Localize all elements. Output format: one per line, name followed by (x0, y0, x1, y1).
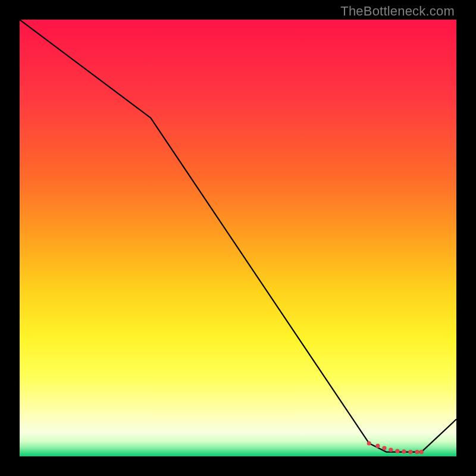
gradient-background (20, 20, 456, 456)
data-marker (419, 450, 424, 454)
chart-frame: TheBottleneck.com (0, 0, 476, 476)
data-marker (415, 450, 419, 454)
data-marker (389, 447, 393, 452)
data-marker (382, 446, 386, 450)
data-marker (408, 450, 412, 454)
watermark-text: TheBottleneck.com (340, 4, 455, 19)
plot-area (20, 20, 456, 456)
data-marker (375, 444, 380, 448)
plot-svg (20, 20, 456, 456)
data-marker (395, 449, 399, 453)
data-marker (367, 441, 371, 445)
data-marker (402, 449, 406, 453)
